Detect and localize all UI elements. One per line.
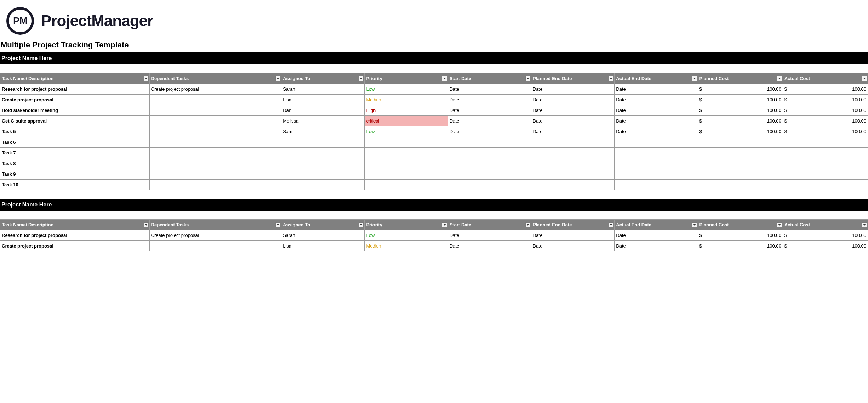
column-header-start[interactable]: Start Date <box>448 220 531 230</box>
cell-actual_end[interactable] <box>615 180 698 190</box>
cell-start[interactable] <box>448 137 531 148</box>
cell-actual_cost[interactable]: $100.00 <box>783 105 868 116</box>
cell-dependent[interactable] <box>149 137 281 148</box>
filter-dropdown-icon[interactable] <box>442 76 447 81</box>
filter-dropdown-icon[interactable] <box>442 222 447 227</box>
cell-planned_end[interactable] <box>531 169 614 180</box>
cell-assigned[interactable] <box>281 137 365 148</box>
cell-actual_end[interactable]: Date <box>615 84 698 95</box>
filter-dropdown-icon[interactable] <box>862 222 867 227</box>
cell-start[interactable] <box>448 158 531 169</box>
column-header-planned_cost[interactable]: Planned Cost <box>698 73 783 84</box>
cell-start[interactable] <box>448 180 531 190</box>
cell-assigned[interactable]: Sam <box>281 126 365 137</box>
cell-priority[interactable] <box>365 180 448 190</box>
cell-task[interactable]: Task 9 <box>0 169 150 180</box>
cell-task[interactable]: Create project proposal <box>0 241 150 251</box>
cell-planned_end[interactable] <box>531 137 614 148</box>
cell-priority[interactable] <box>365 137 448 148</box>
filter-dropdown-icon[interactable] <box>692 76 697 81</box>
filter-dropdown-icon[interactable] <box>525 222 530 227</box>
column-header-assigned[interactable]: Assigned To <box>281 220 365 230</box>
column-header-actual_cost[interactable]: Actual Cost <box>783 220 868 230</box>
cell-planned_cost[interactable] <box>698 180 783 190</box>
cell-planned_cost[interactable] <box>698 158 783 169</box>
column-header-task[interactable]: Task Name/ Description <box>0 220 150 230</box>
cell-task[interactable]: Research for project proposal <box>0 84 150 95</box>
cell-dependent[interactable] <box>149 158 281 169</box>
cell-planned_cost[interactable] <box>698 169 783 180</box>
cell-assigned[interactable]: Melissa <box>281 116 365 126</box>
column-header-task[interactable]: Task Name/ Description <box>0 73 150 84</box>
cell-task[interactable]: Get C-suite approval <box>0 116 150 126</box>
cell-assigned[interactable] <box>281 148 365 158</box>
cell-actual_end[interactable]: Date <box>615 126 698 137</box>
filter-dropdown-icon[interactable] <box>359 76 364 81</box>
cell-task[interactable]: Research for project proposal <box>0 230 150 241</box>
cell-priority[interactable]: critical <box>365 116 448 126</box>
column-header-actual_end[interactable]: Actual End Date <box>615 73 698 84</box>
cell-task[interactable]: Task 6 <box>0 137 150 148</box>
cell-actual_end[interactable]: Date <box>615 95 698 105</box>
cell-task[interactable]: Hold stakeholder meeting <box>0 105 150 116</box>
cell-priority[interactable] <box>365 158 448 169</box>
cell-assigned[interactable] <box>281 169 365 180</box>
cell-dependent[interactable] <box>149 169 281 180</box>
cell-assigned[interactable]: Sarah <box>281 84 365 95</box>
cell-planned_end[interactable]: Date <box>531 126 614 137</box>
cell-actual_end[interactable] <box>615 169 698 180</box>
cell-actual_cost[interactable] <box>783 180 868 190</box>
cell-task[interactable]: Create project proposal <box>0 95 150 105</box>
column-header-planned_end[interactable]: Planned End Date <box>531 220 614 230</box>
cell-start[interactable]: Date <box>448 230 531 241</box>
cell-planned_cost[interactable]: $100.00 <box>698 116 783 126</box>
cell-actual_end[interactable]: Date <box>615 116 698 126</box>
cell-planned_cost[interactable]: $100.00 <box>698 105 783 116</box>
cell-start[interactable] <box>448 169 531 180</box>
cell-dependent[interactable] <box>149 126 281 137</box>
column-header-assigned[interactable]: Assigned To <box>281 73 365 84</box>
cell-actual_end[interactable]: Date <box>615 230 698 241</box>
cell-dependent[interactable] <box>149 241 281 251</box>
cell-task[interactable]: Task 8 <box>0 158 150 169</box>
cell-planned_end[interactable]: Date <box>531 95 614 105</box>
cell-actual_cost[interactable] <box>783 158 868 169</box>
cell-actual_cost[interactable]: $100.00 <box>783 116 868 126</box>
cell-actual_end[interactable] <box>615 137 698 148</box>
filter-dropdown-icon[interactable] <box>862 76 867 81</box>
cell-planned_end[interactable]: Date <box>531 84 614 95</box>
cell-assigned[interactable]: Sarah <box>281 230 365 241</box>
cell-dependent[interactable]: Create project proposal <box>149 230 281 241</box>
column-header-start[interactable]: Start Date <box>448 73 531 84</box>
cell-dependent[interactable] <box>149 105 281 116</box>
cell-priority[interactable]: Medium <box>365 241 448 251</box>
cell-actual_cost[interactable] <box>783 137 868 148</box>
cell-planned_end[interactable]: Date <box>531 230 614 241</box>
cell-planned_end[interactable]: Date <box>531 116 614 126</box>
cell-planned_cost[interactable]: $100.00 <box>698 95 783 105</box>
filter-dropdown-icon[interactable] <box>777 76 782 81</box>
cell-assigned[interactable] <box>281 180 365 190</box>
cell-dependent[interactable] <box>149 116 281 126</box>
cell-dependent[interactable]: Create project proposal <box>149 84 281 95</box>
cell-actual_cost[interactable]: $100.00 <box>783 230 868 241</box>
cell-actual_cost[interactable] <box>783 169 868 180</box>
filter-dropdown-icon[interactable] <box>609 222 613 227</box>
cell-task[interactable]: Task 7 <box>0 148 150 158</box>
filter-dropdown-icon[interactable] <box>525 76 530 81</box>
cell-planned_cost[interactable] <box>698 137 783 148</box>
cell-start[interactable]: Date <box>448 116 531 126</box>
cell-assigned[interactable]: Lisa <box>281 241 365 251</box>
cell-priority[interactable]: Medium <box>365 95 448 105</box>
cell-start[interactable] <box>448 148 531 158</box>
cell-start[interactable]: Date <box>448 126 531 137</box>
cell-dependent[interactable] <box>149 95 281 105</box>
cell-actual_end[interactable]: Date <box>615 105 698 116</box>
cell-priority[interactable]: Low <box>365 230 448 241</box>
cell-actual_end[interactable] <box>615 148 698 158</box>
cell-start[interactable]: Date <box>448 84 531 95</box>
filter-dropdown-icon[interactable] <box>144 76 149 81</box>
cell-actual_cost[interactable]: $100.00 <box>783 84 868 95</box>
cell-actual_cost[interactable]: $100.00 <box>783 126 868 137</box>
filter-dropdown-icon[interactable] <box>275 222 280 227</box>
